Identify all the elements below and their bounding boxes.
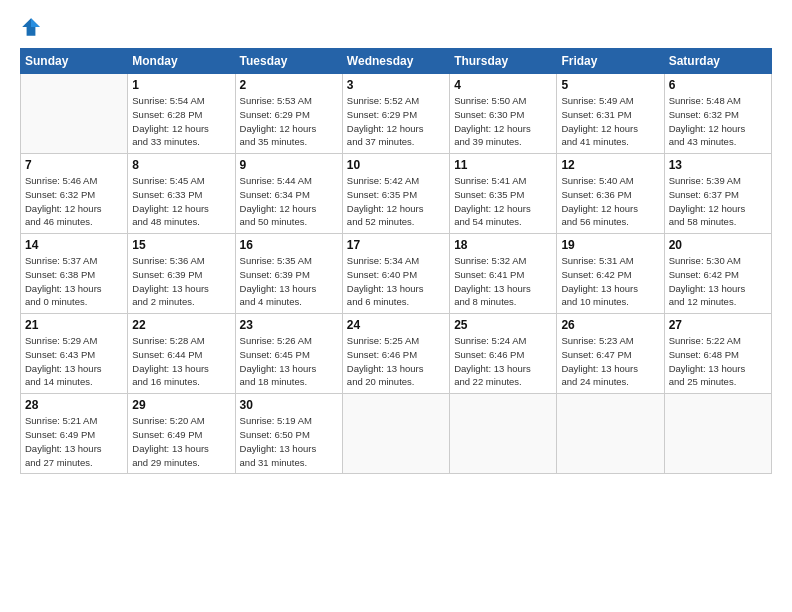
day-number: 15 xyxy=(132,238,230,252)
calendar-cell: 30Sunrise: 5:19 AM Sunset: 6:50 PM Dayli… xyxy=(235,394,342,474)
calendar-cell: 4Sunrise: 5:50 AM Sunset: 6:30 PM Daylig… xyxy=(450,74,557,154)
weekday-header-saturday: Saturday xyxy=(664,49,771,74)
week-row-4: 28Sunrise: 5:21 AM Sunset: 6:49 PM Dayli… xyxy=(21,394,772,474)
day-number: 10 xyxy=(347,158,445,172)
calendar-cell: 13Sunrise: 5:39 AM Sunset: 6:37 PM Dayli… xyxy=(664,154,771,234)
calendar-cell: 3Sunrise: 5:52 AM Sunset: 6:29 PM Daylig… xyxy=(342,74,449,154)
day-number: 19 xyxy=(561,238,659,252)
day-number: 12 xyxy=(561,158,659,172)
calendar-cell: 15Sunrise: 5:36 AM Sunset: 6:39 PM Dayli… xyxy=(128,234,235,314)
calendar-cell: 1Sunrise: 5:54 AM Sunset: 6:28 PM Daylig… xyxy=(128,74,235,154)
weekday-header-monday: Monday xyxy=(128,49,235,74)
day-info: Sunrise: 5:40 AM Sunset: 6:36 PM Dayligh… xyxy=(561,174,659,229)
day-number: 6 xyxy=(669,78,767,92)
day-number: 28 xyxy=(25,398,123,412)
day-number: 16 xyxy=(240,238,338,252)
calendar-cell xyxy=(342,394,449,474)
calendar-cell: 10Sunrise: 5:42 AM Sunset: 6:35 PM Dayli… xyxy=(342,154,449,234)
calendar-cell: 27Sunrise: 5:22 AM Sunset: 6:48 PM Dayli… xyxy=(664,314,771,394)
calendar-cell: 24Sunrise: 5:25 AM Sunset: 6:46 PM Dayli… xyxy=(342,314,449,394)
calendar-cell: 5Sunrise: 5:49 AM Sunset: 6:31 PM Daylig… xyxy=(557,74,664,154)
calendar-cell: 8Sunrise: 5:45 AM Sunset: 6:33 PM Daylig… xyxy=(128,154,235,234)
day-number: 8 xyxy=(132,158,230,172)
calendar-cell: 19Sunrise: 5:31 AM Sunset: 6:42 PM Dayli… xyxy=(557,234,664,314)
day-info: Sunrise: 5:45 AM Sunset: 6:33 PM Dayligh… xyxy=(132,174,230,229)
day-info: Sunrise: 5:28 AM Sunset: 6:44 PM Dayligh… xyxy=(132,334,230,389)
day-number: 23 xyxy=(240,318,338,332)
calendar-cell xyxy=(450,394,557,474)
day-number: 22 xyxy=(132,318,230,332)
calendar-cell: 23Sunrise: 5:26 AM Sunset: 6:45 PM Dayli… xyxy=(235,314,342,394)
calendar-cell: 7Sunrise: 5:46 AM Sunset: 6:32 PM Daylig… xyxy=(21,154,128,234)
day-info: Sunrise: 5:22 AM Sunset: 6:48 PM Dayligh… xyxy=(669,334,767,389)
calendar-cell: 11Sunrise: 5:41 AM Sunset: 6:35 PM Dayli… xyxy=(450,154,557,234)
calendar-cell: 21Sunrise: 5:29 AM Sunset: 6:43 PM Dayli… xyxy=(21,314,128,394)
day-info: Sunrise: 5:37 AM Sunset: 6:38 PM Dayligh… xyxy=(25,254,123,309)
calendar-cell: 28Sunrise: 5:21 AM Sunset: 6:49 PM Dayli… xyxy=(21,394,128,474)
calendar-cell: 14Sunrise: 5:37 AM Sunset: 6:38 PM Dayli… xyxy=(21,234,128,314)
day-info: Sunrise: 5:52 AM Sunset: 6:29 PM Dayligh… xyxy=(347,94,445,149)
day-info: Sunrise: 5:34 AM Sunset: 6:40 PM Dayligh… xyxy=(347,254,445,309)
day-number: 18 xyxy=(454,238,552,252)
day-info: Sunrise: 5:39 AM Sunset: 6:37 PM Dayligh… xyxy=(669,174,767,229)
calendar-cell: 16Sunrise: 5:35 AM Sunset: 6:39 PM Dayli… xyxy=(235,234,342,314)
weekday-header-thursday: Thursday xyxy=(450,49,557,74)
week-row-2: 14Sunrise: 5:37 AM Sunset: 6:38 PM Dayli… xyxy=(21,234,772,314)
calendar-cell xyxy=(664,394,771,474)
day-number: 29 xyxy=(132,398,230,412)
week-row-0: 1Sunrise: 5:54 AM Sunset: 6:28 PM Daylig… xyxy=(21,74,772,154)
calendar-container: SundayMondayTuesdayWednesdayThursdayFrid… xyxy=(0,0,792,484)
day-number: 30 xyxy=(240,398,338,412)
calendar-cell: 17Sunrise: 5:34 AM Sunset: 6:40 PM Dayli… xyxy=(342,234,449,314)
calendar-table: SundayMondayTuesdayWednesdayThursdayFrid… xyxy=(20,48,772,474)
day-number: 13 xyxy=(669,158,767,172)
day-info: Sunrise: 5:35 AM Sunset: 6:39 PM Dayligh… xyxy=(240,254,338,309)
calendar-cell: 18Sunrise: 5:32 AM Sunset: 6:41 PM Dayli… xyxy=(450,234,557,314)
calendar-cell xyxy=(21,74,128,154)
day-number: 3 xyxy=(347,78,445,92)
weekday-header-tuesday: Tuesday xyxy=(235,49,342,74)
calendar-cell: 6Sunrise: 5:48 AM Sunset: 6:32 PM Daylig… xyxy=(664,74,771,154)
day-info: Sunrise: 5:49 AM Sunset: 6:31 PM Dayligh… xyxy=(561,94,659,149)
day-number: 7 xyxy=(25,158,123,172)
logo xyxy=(20,16,46,38)
day-info: Sunrise: 5:29 AM Sunset: 6:43 PM Dayligh… xyxy=(25,334,123,389)
day-number: 26 xyxy=(561,318,659,332)
day-info: Sunrise: 5:54 AM Sunset: 6:28 PM Dayligh… xyxy=(132,94,230,149)
day-info: Sunrise: 5:20 AM Sunset: 6:49 PM Dayligh… xyxy=(132,414,230,469)
week-row-1: 7Sunrise: 5:46 AM Sunset: 6:32 PM Daylig… xyxy=(21,154,772,234)
day-info: Sunrise: 5:46 AM Sunset: 6:32 PM Dayligh… xyxy=(25,174,123,229)
day-info: Sunrise: 5:26 AM Sunset: 6:45 PM Dayligh… xyxy=(240,334,338,389)
day-number: 27 xyxy=(669,318,767,332)
day-number: 17 xyxy=(347,238,445,252)
day-number: 14 xyxy=(25,238,123,252)
week-row-3: 21Sunrise: 5:29 AM Sunset: 6:43 PM Dayli… xyxy=(21,314,772,394)
day-number: 4 xyxy=(454,78,552,92)
day-info: Sunrise: 5:30 AM Sunset: 6:42 PM Dayligh… xyxy=(669,254,767,309)
day-number: 2 xyxy=(240,78,338,92)
day-number: 21 xyxy=(25,318,123,332)
day-info: Sunrise: 5:41 AM Sunset: 6:35 PM Dayligh… xyxy=(454,174,552,229)
day-info: Sunrise: 5:44 AM Sunset: 6:34 PM Dayligh… xyxy=(240,174,338,229)
calendar-cell: 2Sunrise: 5:53 AM Sunset: 6:29 PM Daylig… xyxy=(235,74,342,154)
day-info: Sunrise: 5:42 AM Sunset: 6:35 PM Dayligh… xyxy=(347,174,445,229)
day-number: 9 xyxy=(240,158,338,172)
weekday-header-sunday: Sunday xyxy=(21,49,128,74)
calendar-cell: 29Sunrise: 5:20 AM Sunset: 6:49 PM Dayli… xyxy=(128,394,235,474)
calendar-cell: 12Sunrise: 5:40 AM Sunset: 6:36 PM Dayli… xyxy=(557,154,664,234)
day-info: Sunrise: 5:23 AM Sunset: 6:47 PM Dayligh… xyxy=(561,334,659,389)
day-info: Sunrise: 5:19 AM Sunset: 6:50 PM Dayligh… xyxy=(240,414,338,469)
day-number: 5 xyxy=(561,78,659,92)
day-number: 25 xyxy=(454,318,552,332)
day-info: Sunrise: 5:53 AM Sunset: 6:29 PM Dayligh… xyxy=(240,94,338,149)
calendar-cell: 22Sunrise: 5:28 AM Sunset: 6:44 PM Dayli… xyxy=(128,314,235,394)
calendar-cell: 26Sunrise: 5:23 AM Sunset: 6:47 PM Dayli… xyxy=(557,314,664,394)
calendar-cell: 20Sunrise: 5:30 AM Sunset: 6:42 PM Dayli… xyxy=(664,234,771,314)
calendar-cell xyxy=(557,394,664,474)
weekday-header-wednesday: Wednesday xyxy=(342,49,449,74)
day-info: Sunrise: 5:31 AM Sunset: 6:42 PM Dayligh… xyxy=(561,254,659,309)
day-info: Sunrise: 5:36 AM Sunset: 6:39 PM Dayligh… xyxy=(132,254,230,309)
weekday-header-friday: Friday xyxy=(557,49,664,74)
day-info: Sunrise: 5:21 AM Sunset: 6:49 PM Dayligh… xyxy=(25,414,123,469)
header xyxy=(20,16,772,38)
